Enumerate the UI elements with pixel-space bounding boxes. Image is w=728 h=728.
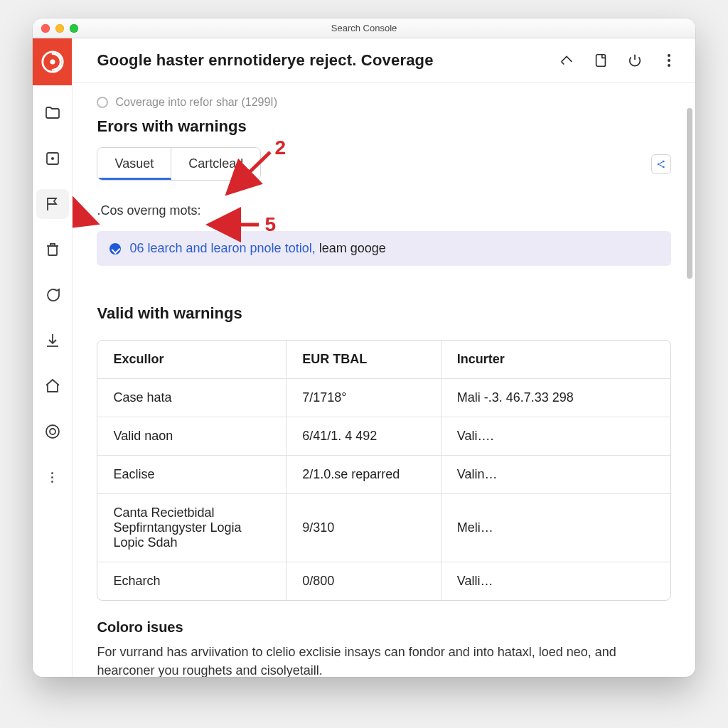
titlebar: Search Console xyxy=(33,18,695,38)
content-scroll[interactable]: Coverage into refor shar (1299I) Erors w… xyxy=(73,83,695,677)
brand-logo[interactable] xyxy=(33,38,72,85)
download-icon xyxy=(44,332,61,349)
cell: Valli… xyxy=(441,562,670,600)
toolbar: Google haster enrnotiderye reject. Cover… xyxy=(73,38,695,83)
cell: Valid naon xyxy=(97,417,287,456)
errors-heading: Erors with warnings xyxy=(97,117,671,136)
trash-icon xyxy=(44,241,61,258)
svg-point-9 xyxy=(663,161,665,163)
overng-label: .Cos overng mots: xyxy=(97,203,671,218)
svg-point-3 xyxy=(51,157,54,160)
info-check-icon xyxy=(109,243,121,255)
warnings-table: Excullor EUR TBAL Incurter Case hata 7/1… xyxy=(97,340,671,601)
svg-point-5 xyxy=(46,425,59,438)
cell: Vali…. xyxy=(441,417,670,456)
scrollbar-thumb[interactable] xyxy=(687,108,692,279)
footer-heading: Coloro isues xyxy=(97,619,671,636)
cell: Eaclise xyxy=(97,456,287,494)
scrollbar-track xyxy=(685,88,692,671)
sidebar-item-flag[interactable] xyxy=(36,189,69,219)
share-arrow-icon xyxy=(559,53,574,68)
window-title: Search Console xyxy=(33,23,695,33)
cell: Mali -.3. 46.7.33 298 xyxy=(441,379,670,417)
banner-text: leam googe xyxy=(316,241,386,255)
folder-icon xyxy=(44,105,61,122)
sidebar xyxy=(33,38,73,677)
sidebar-item-chat[interactable] xyxy=(36,280,69,310)
svg-rect-4 xyxy=(48,246,57,255)
cell: Case hata xyxy=(97,379,287,417)
sidebar-more[interactable] xyxy=(36,462,69,492)
sidebar-item-home[interactable] xyxy=(36,371,69,401)
cell: Echarch xyxy=(97,562,287,600)
svg-point-6 xyxy=(50,429,55,434)
chat-icon xyxy=(44,287,61,304)
col-excullor[interactable]: Excullor xyxy=(97,341,287,379)
col-incurter[interactable]: Incurter xyxy=(441,341,670,379)
sidebar-item-folder[interactable] xyxy=(36,98,69,128)
share-button[interactable] xyxy=(559,53,574,68)
note-button[interactable] xyxy=(593,53,609,68)
info-banner[interactable]: 06 learch and learon pnole totiol, leam … xyxy=(97,231,671,266)
svg-point-1 xyxy=(50,59,55,64)
sidebar-item-trash[interactable] xyxy=(36,235,69,264)
share-chip[interactable] xyxy=(651,154,671,174)
more-vertical-icon xyxy=(49,472,56,483)
table-row[interactable]: Echarch 0/800 Valli… xyxy=(97,562,670,600)
page-title: Google haster enrnotiderye reject. Cover… xyxy=(97,51,559,70)
tabs: Vasuet Cartclead xyxy=(97,147,261,181)
cell: Meli… xyxy=(441,494,670,562)
valid-heading: Valid with warnings xyxy=(97,304,671,323)
power-button[interactable] xyxy=(627,53,643,68)
main-area: Google haster enrnotiderye reject. Cover… xyxy=(73,38,695,677)
app-window: Search Console xyxy=(33,18,695,677)
clock-icon xyxy=(97,97,108,108)
note-icon xyxy=(593,53,609,68)
footer-paragraph: For vurrand has arviivation to clelio ex… xyxy=(97,643,671,677)
cell: Valin… xyxy=(441,456,670,494)
breadcrumb-line: Coverage into refor shar (1299I) xyxy=(97,96,671,109)
cell: Canta Recietbidal Sepfirntangyster Logia… xyxy=(97,494,287,562)
sidebar-item-target[interactable] xyxy=(36,417,69,446)
col-eurtbal[interactable]: EUR TBAL xyxy=(287,341,441,379)
annotation-number-2: 2 xyxy=(274,136,286,159)
banner-link[interactable]: 06 learch and learon pnole totiol, xyxy=(129,241,315,255)
brand-swirl-icon xyxy=(41,50,65,74)
tab-vasuet[interactable]: Vasuet xyxy=(97,148,171,180)
table-row[interactable]: Eaclise 2/1.0.se reparred Valin… xyxy=(97,456,670,494)
svg-point-8 xyxy=(658,164,660,166)
power-icon xyxy=(627,53,643,68)
flag-icon xyxy=(44,196,61,213)
table-row[interactable]: Canta Recietbidal Sepfirntangyster Logia… xyxy=(97,494,670,562)
home-icon xyxy=(44,378,61,395)
share-nodes-icon xyxy=(655,159,667,170)
overflow-menu[interactable] xyxy=(661,53,677,68)
kebab-icon xyxy=(668,54,670,67)
tab-cartclead[interactable]: Cartclead xyxy=(171,148,260,180)
square-dot-icon xyxy=(44,150,61,167)
annotation-number-5: 5 xyxy=(264,213,276,236)
table-row[interactable]: Case hata 7/1718° Mali -.3. 46.7.33 298 xyxy=(97,379,670,417)
svg-rect-7 xyxy=(596,55,606,67)
svg-point-10 xyxy=(663,166,665,168)
coverage-subtitle: Coverage into refor shar (1299I) xyxy=(115,96,277,109)
cell: 2/1.0.se reparred xyxy=(287,456,441,494)
table-header-row: Excullor EUR TBAL Incurter xyxy=(97,341,670,379)
sidebar-item-download[interactable] xyxy=(36,326,69,355)
sidebar-item-box[interactable] xyxy=(36,144,69,173)
target-icon xyxy=(44,423,61,440)
cell: 7/1718° xyxy=(287,379,441,417)
cell: 9/310 xyxy=(287,494,441,562)
cell: 0/800 xyxy=(287,562,441,600)
table-row[interactable]: Valid naon 6/41/1. 4 492 Vali…. xyxy=(97,417,670,456)
cell: 6/41/1. 4 492 xyxy=(287,417,441,456)
